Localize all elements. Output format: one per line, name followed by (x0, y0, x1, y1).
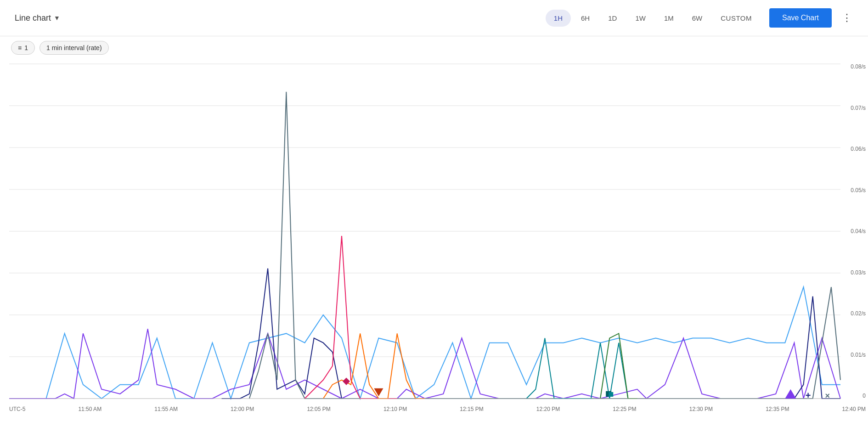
time-btn-1w[interactable]: 1W (627, 10, 654, 27)
save-chart-button[interactable]: Save Chart (769, 8, 832, 28)
svg-marker-14 (785, 389, 796, 399)
time-btn-6h[interactable]: 6H (573, 10, 598, 27)
y-label-7: 0.01/s (851, 352, 866, 358)
y-label-0: 0.08/s (851, 64, 866, 69)
x-label-1155: 11:55 AM (154, 406, 178, 412)
time-btn-1h[interactable]: 1H (546, 10, 571, 27)
chart-type-button[interactable]: Line chart ▼ (11, 11, 64, 25)
filter-count: 1 (24, 44, 28, 51)
chart-inner: + × 0.08/s 0.07/s 0.06/s 0.05/s 0.04/s 0… (9, 64, 840, 399)
time-range-group: 1H 6H 1D 1W 1M 6W CUSTOM (546, 10, 760, 27)
chart-svg: + × (9, 64, 840, 399)
header: Line chart ▼ 1H 6H 1D 1W 1M 6W CUSTOM Sa… (0, 0, 868, 36)
interval-button[interactable]: 1 min interval (rate) (39, 41, 109, 55)
x-label-utc: UTC-5 (9, 406, 25, 412)
x-label-1200: 12:00 PM (231, 406, 254, 412)
time-btn-1m[interactable]: 1M (656, 10, 682, 27)
svg-text:×: × (825, 391, 830, 400)
y-label-8: 0 (862, 393, 866, 399)
svg-text:+: + (806, 390, 811, 400)
svg-marker-11 (374, 388, 383, 396)
filter-button[interactable]: ≡ 1 (11, 41, 35, 55)
y-label-2: 0.06/s (851, 146, 866, 152)
x-label-1220: 12:20 PM (536, 406, 560, 412)
time-btn-6w[interactable]: 6W (684, 10, 711, 27)
svg-rect-13 (609, 392, 613, 397)
x-label-1210: 12:10 PM (383, 406, 407, 412)
custom-button[interactable]: CUSTOM (712, 10, 760, 27)
y-label-4: 0.04/s (851, 228, 866, 234)
y-label-5: 0.03/s (851, 270, 866, 275)
x-label-1215: 12:15 PM (460, 406, 483, 412)
dropdown-arrow-icon: ▼ (54, 14, 60, 22)
more-options-button[interactable]: ⋮ (837, 8, 857, 28)
y-label-3: 0.05/s (851, 188, 866, 193)
y-label-1: 0.07/s (851, 105, 866, 111)
x-label-1150: 11:50 AM (78, 406, 101, 412)
time-btn-1d[interactable]: 1D (600, 10, 625, 27)
toolbar: ≡ 1 1 min interval (rate) (0, 36, 868, 59)
chart-type-label: Line chart (15, 13, 51, 23)
y-label-6: 0.02/s (851, 311, 866, 316)
x-label-1240: 12:40 PM (842, 406, 866, 412)
x-label-1205: 12:05 PM (307, 406, 330, 412)
x-label-1230: 12:30 PM (689, 406, 713, 412)
x-label-1225: 12:25 PM (613, 406, 636, 412)
x-label-1235: 12:35 PM (766, 406, 789, 412)
filter-icon: ≡ (18, 44, 22, 51)
chart-container: + × 0.08/s 0.07/s 0.06/s 0.05/s 0.04/s 0… (0, 59, 868, 422)
